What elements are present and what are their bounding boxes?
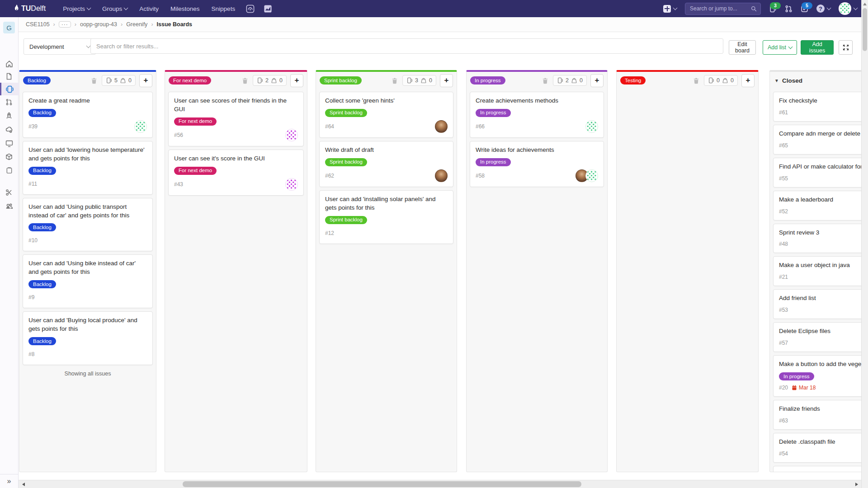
filter-issues-input[interactable] [90, 38, 723, 54]
breadcrumb-project[interactable]: Greenify [126, 21, 147, 28]
issue-label[interactable]: In progress [779, 372, 814, 380]
issue-card-title[interactable]: User can add 'Using public transport ins… [28, 203, 147, 220]
issue-card-title[interactable]: Sprint review 3 [779, 229, 868, 237]
assignee-avatar[interactable] [285, 129, 298, 141]
menu-activity[interactable]: Activity [139, 5, 159, 12]
issue-card[interactable]: Find API or make calculator for CO2#55 [773, 158, 868, 188]
issue-card[interactable]: User can add 'installing solar panels' a… [319, 190, 453, 244]
issue-card-title[interactable]: User can add 'lowering house temperature… [28, 146, 147, 163]
analytics-chart-icon[interactable] [264, 5, 272, 13]
horizontal-scrollbar[interactable] [19, 480, 862, 488]
scroll-up-arrow[interactable] [863, 3, 867, 5]
add-issues-button[interactable]: Add issues [801, 40, 834, 55]
issue-card-title[interactable]: UserServiceClass [779, 471, 868, 472]
issue-card-title[interactable]: Create achievements methods [476, 97, 598, 105]
issue-card[interactable]: Delete Eclipse files#57 [773, 322, 868, 352]
sidebar-item-repository[interactable] [0, 70, 18, 83]
issue-card-title[interactable]: User can add 'Using bike instead of car'… [28, 259, 147, 277]
issue-card[interactable]: Write draft of draftSprint backlog#62 [319, 141, 453, 187]
issue-card-title[interactable]: Fix checkstyle [779, 97, 868, 105]
issue-label[interactable]: Sprint backlog [325, 216, 367, 224]
closed-list-header[interactable]: ▼Closed [770, 72, 868, 89]
scroll-right-arrow[interactable] [855, 483, 858, 486]
project-avatar[interactable]: G [3, 22, 15, 33]
issue-label[interactable]: In progress [476, 109, 511, 117]
sidebar-item-members[interactable] [0, 200, 18, 212]
vertical-scrollbar[interactable] [861, 0, 868, 488]
user-menu-button[interactable] [839, 2, 857, 15]
issue-card-title[interactable]: User can add 'installing solar panels' a… [325, 195, 448, 212]
breadcrumb-subgroup[interactable]: oopp-group-43 [80, 21, 117, 28]
sidebar-item-monitor[interactable] [0, 137, 18, 150]
issue-card[interactable]: Create achievements methodsIn progress#6… [470, 92, 604, 138]
issue-label[interactable]: For next demo [174, 117, 217, 126]
issue-card-title[interactable]: Make a leaderboard [779, 196, 868, 204]
list-label[interactable]: Backlog [23, 76, 51, 84]
merge-requests-button[interactable] [785, 5, 793, 13]
sidebar-item-merge-request[interactable] [0, 96, 18, 108]
delete-list-button[interactable] [692, 76, 700, 85]
list-label[interactable]: Testing [620, 76, 646, 84]
issue-card[interactable]: User can see it's score in the GUIFor ne… [168, 150, 304, 196]
issue-label[interactable]: Backlog [28, 280, 56, 288]
assignee-avatar[interactable] [435, 169, 448, 182]
issue-card[interactable]: Make a leaderboard#52 [773, 191, 868, 221]
assignee-avatar[interactable] [435, 120, 448, 133]
menu-milestones[interactable]: Milestones [170, 5, 200, 12]
issue-card-title[interactable]: Write draft of draft [325, 146, 448, 155]
issue-label[interactable]: Backlog [28, 337, 56, 345]
issue-card-title[interactable]: User can add 'Buying local produce' and … [28, 316, 147, 333]
issue-card[interactable]: Make a button to add the vegetarian meal… [773, 355, 868, 397]
issue-card[interactable]: User can add 'Using bike instead of car'… [23, 254, 153, 308]
assignee-avatar[interactable] [585, 120, 598, 133]
delete-list-button[interactable] [90, 76, 98, 85]
sidebar-item-package[interactable] [0, 150, 18, 163]
delete-list-button[interactable] [541, 76, 549, 85]
tudelft-logo[interactable]: TUDelft [14, 5, 46, 13]
dashboard-gauge-icon[interactable] [246, 5, 255, 13]
issue-label[interactable]: Sprint backlog [325, 109, 367, 117]
issue-card-title[interactable]: Add friend list [779, 294, 868, 303]
edit-board-button[interactable]: Edit board [729, 40, 756, 55]
breadcrumb-ellipsis-button[interactable]: ··· [59, 21, 71, 28]
add-list-button[interactable]: Add list [763, 40, 797, 55]
delete-list-button[interactable] [391, 76, 399, 85]
help-menu-button[interactable]: ? [816, 5, 830, 13]
new-issue-button[interactable]: + [139, 74, 152, 87]
sidebar-item-wiki[interactable] [0, 164, 18, 177]
delete-list-button[interactable] [241, 76, 249, 85]
new-issue-button[interactable]: + [590, 74, 604, 87]
list-label[interactable]: For next demo [169, 76, 211, 84]
sidebar-item-rocket[interactable] [0, 109, 18, 122]
new-issue-button[interactable]: + [290, 74, 303, 87]
issue-card[interactable]: Delete .classpath file#54 [773, 433, 868, 463]
issue-card-title[interactable]: User can see it's score in the GUI [174, 155, 298, 163]
menu-projects[interactable]: Projects [63, 5, 90, 12]
scroll-left-arrow[interactable] [22, 483, 25, 486]
issue-card[interactable]: User can add 'Using public transport ins… [23, 198, 153, 252]
vertical-scroll-thumb[interactable] [863, 8, 867, 51]
issue-card-title[interactable]: Make a user object in java [779, 261, 868, 270]
issue-card-title[interactable]: Delete .classpath file [779, 438, 868, 446]
sidebar-item-home[interactable] [0, 57, 18, 70]
issue-card[interactable]: Finalize friends#63 [773, 400, 868, 430]
list-label[interactable]: In progress [470, 76, 505, 84]
issue-card-title[interactable]: Write ideas for achievements [476, 146, 598, 155]
issue-card-title[interactable]: Find API or make calculator for CO2 [779, 163, 868, 171]
new-issue-button[interactable]: + [741, 74, 755, 87]
issue-label[interactable]: In progress [476, 158, 511, 166]
issue-card[interactable]: Make a user object in java#21 [773, 256, 868, 286]
issue-card-title[interactable]: Create a great readme [28, 97, 147, 105]
assignee-avatar[interactable] [285, 178, 298, 191]
issue-card-title[interactable]: Make a button to add the vegetarian meal [779, 360, 868, 369]
issue-card[interactable]: User can see scores of their friends in … [168, 92, 304, 146]
new-menu-button[interactable] [663, 5, 677, 13]
issue-card-title[interactable]: Delete Eclipse files [779, 327, 868, 336]
issue-card-title[interactable]: Finalize friends [779, 405, 868, 413]
new-issue-button[interactable]: + [440, 74, 453, 87]
issue-card-title[interactable]: Collect some 'green hints' [325, 97, 448, 105]
issue-card[interactable]: User can add 'Buying local produce' and … [23, 311, 153, 365]
board-switcher-dropdown[interactable]: Development [24, 38, 96, 55]
issue-label[interactable]: Backlog [28, 167, 56, 175]
fullscreen-button[interactable] [839, 40, 853, 55]
